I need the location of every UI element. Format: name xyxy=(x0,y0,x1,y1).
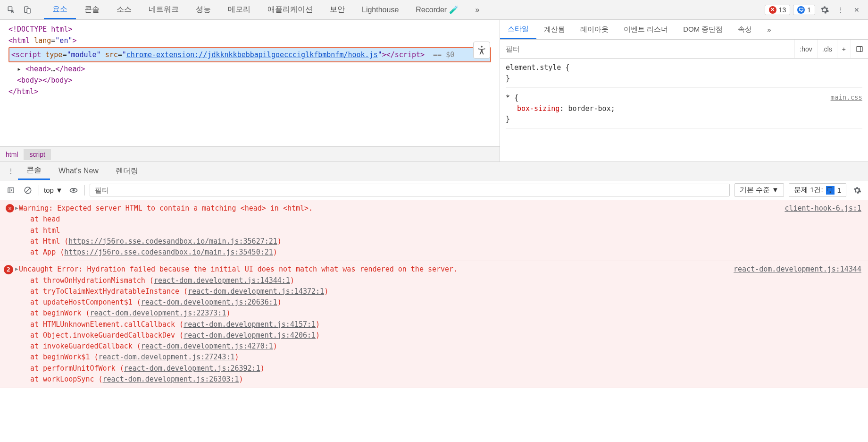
issue-icon: 🗨 xyxy=(826,186,835,195)
kebab-icon[interactable]: ⋮ xyxy=(834,3,847,17)
stab-dombrk[interactable]: DOM 중단점 xyxy=(676,20,730,39)
drawer-tab-console[interactable]: 콘솔 xyxy=(18,162,50,180)
expand-caret-icon[interactable]: ▶ xyxy=(15,204,18,212)
stack-line: at HTMLUnknownElement.callCallback (reac… xyxy=(30,319,861,330)
styles-filter-row: :hov .cls + xyxy=(500,40,868,59)
stack-line: at throwOnHydrationMismatch (react-dom.d… xyxy=(30,275,861,286)
stab-props[interactable]: 속성 xyxy=(730,20,760,39)
dom-html-close[interactable]: </html> xyxy=(8,86,491,97)
live-expression-icon[interactable] xyxy=(67,184,80,196)
separator xyxy=(84,185,85,196)
stack-link[interactable]: react-dom.development.js:14372:1 xyxy=(188,287,324,296)
stack-line: at App (https://j56ro.sse.codesandbox.io… xyxy=(30,247,861,258)
stab-listeners[interactable]: 이벤트 리스너 xyxy=(616,20,676,39)
drawer-tabs: ⋮ 콘솔 What's New 렌더링 xyxy=(0,162,868,180)
tab-performance[interactable]: 성능 xyxy=(187,0,219,19)
stack-link[interactable]: react-dom.development.js:27243:1 xyxy=(99,353,235,361)
close-icon[interactable]: ✕ xyxy=(850,3,863,17)
console-filter xyxy=(90,184,730,196)
msg-source-link[interactable]: react-dom.development.js:14344 xyxy=(734,264,861,275)
stab-computed[interactable]: 계산됨 xyxy=(536,20,573,39)
error-icon: ✕ xyxy=(6,204,14,212)
dom-body[interactable]: <body></body> xyxy=(8,75,491,86)
drawer-kebab-icon[interactable]: ⋮ xyxy=(4,162,18,180)
error-badge[interactable]: ✕ 13 xyxy=(765,5,791,15)
dom-doctype[interactable]: <!DOCTYPE html> xyxy=(8,24,491,35)
context-selector[interactable]: top ▼ xyxy=(44,186,63,194)
svg-line-9 xyxy=(26,188,30,192)
issues-button[interactable]: 문제 1건: 🗨 1 xyxy=(789,183,846,197)
console-msg-error[interactable]: 2 ▶ react-dom.development.js:14344 Uncau… xyxy=(0,261,868,388)
stack-link[interactable]: react-dom.development.js:4270:1 xyxy=(141,342,273,350)
drawer-tab-whatsnew[interactable]: What's New xyxy=(50,162,107,180)
error-count: 13 xyxy=(779,6,786,14)
main-split: <!DOCTYPE html> <html lang="en"> ⋯ <scri… xyxy=(0,20,868,162)
rule-source-link[interactable]: main.css xyxy=(831,93,862,102)
crumb-html[interactable]: html xyxy=(0,149,24,160)
src-link[interactable]: chrome-extension://jdkknkkbebbapilgoeccc… xyxy=(126,51,378,59)
stack-link[interactable]: https://j56ro.sse.codesandbox.io/main.js… xyxy=(64,248,273,256)
styles-tabs: 스타일 계산됨 레이아웃 이벤트 리스너 DOM 중단점 속성 » xyxy=(500,20,868,40)
stack-trace: at throwOnHydrationMismatch (react-dom.d… xyxy=(30,275,861,385)
error-icon: ✕ xyxy=(769,6,776,14)
stack-link[interactable]: react-dom.development.js:22373:1 xyxy=(90,309,226,317)
tab-more[interactable]: » xyxy=(467,0,488,19)
stack-link[interactable]: react-dom.development.js:4157:1 xyxy=(184,320,316,329)
drawer-tab-rendering[interactable]: 렌더링 xyxy=(107,162,147,180)
device-toggle-icon[interactable] xyxy=(21,3,34,17)
tab-lighthouse[interactable]: Lighthouse xyxy=(353,0,407,19)
stack-link[interactable]: react-dom.development.js:4206:1 xyxy=(184,331,316,340)
rule-universal[interactable]: main.css * { box-sizing: border-box; } xyxy=(506,93,862,129)
stack-link[interactable]: react-dom.development.js:14344:1 xyxy=(154,276,290,285)
stack-line: at workLoopSync (react-dom.development.j… xyxy=(30,374,861,385)
settings-icon[interactable] xyxy=(818,3,831,17)
clear-console-icon[interactable] xyxy=(22,184,34,196)
tab-recorder[interactable]: Recorder 🧪 xyxy=(407,0,467,19)
panel-tabs: 요소 콘솔 소스 네트워크 성능 메모리 애플리케이션 보안 Lighthous… xyxy=(44,0,488,19)
dom-head[interactable]: ▸ <head>…</head> xyxy=(8,63,491,75)
stack-line: at beginWork$1 (react-dom.development.js… xyxy=(30,352,861,363)
tab-sources[interactable]: 소스 xyxy=(108,0,140,19)
toggle-sidebar-icon[interactable] xyxy=(851,40,868,58)
accessibility-icon[interactable] xyxy=(473,42,490,59)
hov-button[interactable]: :hov xyxy=(794,40,817,58)
issue-count: 1 xyxy=(807,6,811,14)
stack-link[interactable]: react-dom.development.js:26303:1 xyxy=(103,375,239,383)
stab-more[interactable]: » xyxy=(760,20,778,39)
styles-pane: 스타일 계산됨 레이아웃 이벤트 리스너 DOM 중단점 속성 » :hov .… xyxy=(500,20,868,162)
stack-link[interactable]: react-dom.development.js:26392:1 xyxy=(124,364,260,373)
console-settings-icon[interactable] xyxy=(851,184,863,196)
stack-line: at head xyxy=(30,214,861,225)
stab-styles[interactable]: 스타일 xyxy=(500,20,536,39)
inspect-icon[interactable] xyxy=(5,3,18,17)
tab-network[interactable]: 네트워크 xyxy=(140,0,187,19)
console-filter-input[interactable] xyxy=(90,184,730,196)
rule-element-style[interactable]: element.style { } xyxy=(506,62,862,88)
add-rule-button[interactable]: + xyxy=(837,40,851,58)
styles-filter-input[interactable] xyxy=(500,45,794,53)
devtools-toolbar: 요소 콘솔 소스 네트워크 성능 메모리 애플리케이션 보안 Lighthous… xyxy=(0,0,868,20)
expand-caret-icon[interactable]: ▶ xyxy=(15,265,18,273)
issue-badge[interactable]: 🗨 1 xyxy=(793,5,815,15)
stab-layout[interactable]: 레이아웃 xyxy=(573,20,616,39)
dom-tree[interactable]: <!DOCTYPE html> <html lang="en"> ⋯ <scri… xyxy=(0,20,500,101)
log-level-selector[interactable]: 기본 수준 ▼ xyxy=(734,183,784,197)
console-msg-warning[interactable]: ✕ ▶ client-hook-6.js:1 Warning: Expected… xyxy=(0,200,868,261)
msg-source-link[interactable]: client-hook-6.js:1 xyxy=(785,203,861,214)
dom-selected-node[interactable]: ⋯ <script type="module" src="chrome-exte… xyxy=(8,47,491,62)
tab-security[interactable]: 보안 xyxy=(321,0,353,19)
dom-html-open[interactable]: <html lang="en"> xyxy=(8,35,491,46)
tab-memory[interactable]: 메모리 xyxy=(219,0,259,19)
console-messages: ✕ ▶ client-hook-6.js:1 Warning: Expected… xyxy=(0,200,868,441)
cls-button[interactable]: .cls xyxy=(817,40,837,58)
tab-application[interactable]: 애플리케이션 xyxy=(259,0,321,19)
console-sidebar-toggle-icon[interactable] xyxy=(5,184,17,196)
stack-line: at Object.invokeGuardedCallbackDev (reac… xyxy=(30,330,861,341)
stack-link[interactable]: https://j56ro.sse.codesandbox.io/main.js… xyxy=(68,237,277,246)
separator xyxy=(37,5,37,15)
stack-link[interactable]: react-dom.development.js:20636:1 xyxy=(141,298,277,306)
breadcrumb: html script xyxy=(0,146,500,162)
tab-console[interactable]: 콘솔 xyxy=(76,0,108,19)
tab-elements[interactable]: 요소 xyxy=(44,0,76,19)
crumb-script[interactable]: script xyxy=(24,149,50,160)
